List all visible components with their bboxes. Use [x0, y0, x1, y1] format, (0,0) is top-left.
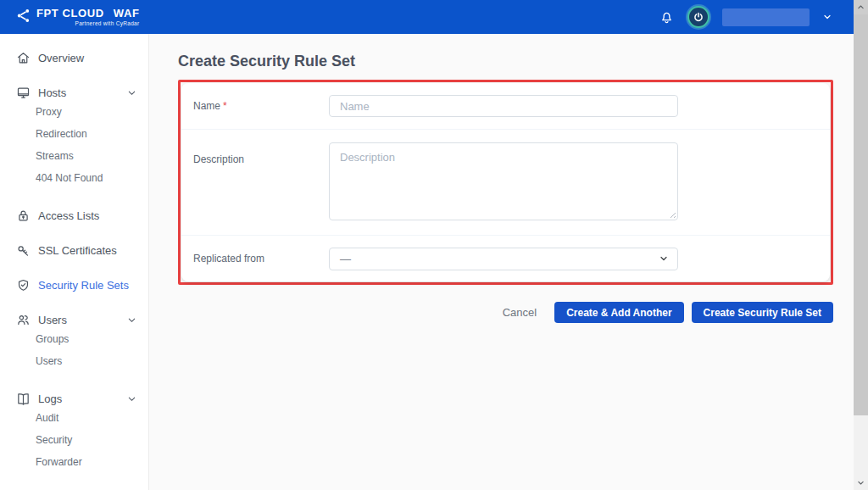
header-actions [659, 6, 843, 28]
power-logout-icon[interactable] [687, 6, 709, 28]
logo-tagline: Partnered with CyRadar [75, 21, 140, 27]
scrollbar[interactable] [854, 0, 868, 490]
sidebar-subitem-label: Streams [36, 150, 74, 162]
description-field-label: Description [193, 153, 329, 165]
sidebar-item-users-group[interactable]: Users [0, 311, 148, 328]
form-actions: Cancel Create & Add Another Create Secur… [178, 302, 833, 323]
red-annotation-box: Name* Description Replicated from — [178, 80, 833, 285]
sidebar: Overview Hosts Proxy Redirection Streams… [0, 34, 149, 490]
sidebar-subitem-label: Groups [36, 333, 69, 345]
form-row-replicated-from: Replicated from — [181, 235, 830, 281]
sidebar-item-label: SSL Certificates [38, 244, 117, 257]
sidebar-item-streams[interactable]: Streams [0, 145, 148, 167]
form-row-name: Name* [181, 83, 830, 129]
sidebar-item-audit[interactable]: Audit [0, 407, 148, 429]
sidebar-item-hosts[interactable]: Hosts [0, 84, 148, 101]
sidebar-item-label: Overview [38, 52, 84, 64]
cancel-button[interactable]: Cancel [503, 306, 537, 319]
lock-icon [16, 209, 31, 223]
selected-option: — [340, 253, 351, 265]
user-name-redacted[interactable] [722, 8, 810, 26]
chevron-down-icon[interactable] [127, 315, 136, 325]
sidebar-subitem-label: Forwarder [36, 456, 82, 468]
sidebar-item-access-lists[interactable]: Access Lists [0, 207, 148, 224]
monitor-icon [16, 86, 31, 100]
sidebar-item-ssl-certificates[interactable]: SSL Certificates [0, 242, 148, 259]
name-input[interactable] [329, 95, 678, 117]
scrollbar-thumb[interactable] [854, 14, 868, 415]
sidebar-subitem-label: 404 Not Found [36, 172, 103, 184]
name-field-label: Name [193, 100, 220, 112]
sidebar-item-label: Users [38, 314, 67, 326]
user-menu-chevron-down-icon[interactable] [822, 12, 832, 22]
sidebar-item-redirection[interactable]: Redirection [0, 123, 148, 145]
home-icon [16, 51, 31, 65]
description-textarea[interactable] [329, 142, 678, 220]
brand-name: FPT CLOUD [36, 8, 104, 19]
page-title: Create Security Rule Set [178, 53, 355, 70]
sidebar-subitem-label: Users [36, 355, 62, 367]
replicated-from-select[interactable]: — [329, 248, 678, 270]
sidebar-subitem-label: Proxy [36, 106, 62, 118]
create-add-another-button[interactable]: Create & Add Another [554, 302, 683, 323]
sidebar-item-groups[interactable]: Groups [0, 328, 148, 350]
chevron-down-icon [659, 253, 669, 264]
replicated-from-field-label: Replicated from [193, 253, 329, 264]
sidebar-item-logs[interactable]: Logs [0, 390, 148, 407]
sidebar-item-overview[interactable]: Overview [0, 49, 148, 66]
fpt-cloud-waf-logo[interactable]: FPT CLOUD WAF Partnered with CyRadar [15, 8, 139, 27]
sidebar-item-security[interactable]: Security [0, 429, 148, 451]
create-security-rule-set-button[interactable]: Create Security Rule Set [692, 302, 833, 323]
users-icon [16, 313, 31, 327]
scroll-up-arrow-icon[interactable] [854, 0, 868, 14]
sidebar-item-security-rule-sets[interactable]: Security Rule Sets [0, 276, 148, 293]
main-content: Create Security Rule Set Name* Descripti… [150, 34, 854, 490]
sidebar-item-users[interactable]: Users [0, 350, 148, 372]
create-rule-set-form: Name* Description Replicated from — [181, 83, 830, 281]
book-icon [16, 392, 31, 406]
shield-check-icon [16, 278, 31, 292]
sidebar-subitem-label: Security [36, 434, 72, 446]
sidebar-item-label: Logs [38, 393, 62, 405]
chevron-down-icon[interactable] [127, 88, 136, 97]
notifications-bell-icon[interactable] [659, 9, 675, 25]
sidebar-item-label: Access Lists [38, 209, 99, 222]
sidebar-item-label: Security Rule Sets [38, 279, 129, 292]
fpt-cloud-logo-icon [15, 8, 31, 24]
form-row-description: Description [181, 129, 830, 235]
chevron-down-icon[interactable] [127, 394, 136, 404]
sidebar-item-proxy[interactable]: Proxy [0, 101, 148, 123]
sidebar-item-forwarder[interactable]: Forwarder [0, 451, 148, 473]
sidebar-item-label: Hosts [38, 86, 66, 99]
required-asterisk: * [223, 100, 227, 112]
key-icon [16, 243, 31, 258]
sidebar-subitem-label: Audit [36, 412, 58, 424]
sidebar-subitem-label: Redirection [36, 128, 87, 140]
product-name: WAF [114, 8, 140, 19]
sidebar-item-404-not-found[interactable]: 404 Not Found [0, 167, 148, 189]
top-bar: FPT CLOUD WAF Partnered with CyRadar [0, 0, 868, 34]
scroll-down-arrow-icon[interactable] [854, 476, 868, 490]
